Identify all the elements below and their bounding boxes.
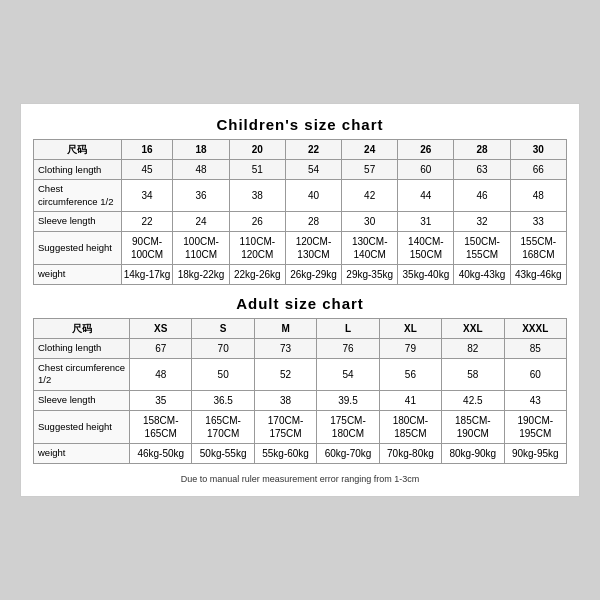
cell-value: 70kg-80kg xyxy=(379,443,441,463)
col-header: 24 xyxy=(342,140,398,160)
table-row: Chest circumference 1/248505254565860 xyxy=(34,359,567,391)
row-label: weight xyxy=(34,443,130,463)
cell-value: 43 xyxy=(504,390,566,410)
cell-value: 130CM-140CM xyxy=(342,232,398,265)
table-row: Sleeve length3536.53839.54142.543 xyxy=(34,390,567,410)
cell-value: 60 xyxy=(398,160,454,180)
col-header: S xyxy=(192,319,254,339)
cell-value: 22 xyxy=(121,212,173,232)
col-header: 26 xyxy=(398,140,454,160)
footer-note: Due to manual ruler measurement error ra… xyxy=(33,474,567,484)
cell-value: 30 xyxy=(342,212,398,232)
cell-value: 70 xyxy=(192,339,254,359)
cell-value: 100CM-110CM xyxy=(173,232,229,265)
cell-value: 43kg-46kg xyxy=(510,265,566,285)
cell-value: 29kg-35kg xyxy=(342,265,398,285)
table-row: Chest circumference 1/23436384042444648 xyxy=(34,180,567,212)
cell-value: 24 xyxy=(173,212,229,232)
cell-value: 76 xyxy=(317,339,379,359)
cell-value: 38 xyxy=(254,390,316,410)
row-label: Chest circumference 1/2 xyxy=(34,359,130,391)
cell-value: 50kg-55kg xyxy=(192,443,254,463)
cell-value: 31 xyxy=(398,212,454,232)
row-label: Sleeve length xyxy=(34,390,130,410)
children-table: 尺码1618202224262830 Clothing length454851… xyxy=(33,139,567,285)
cell-value: 51 xyxy=(229,160,285,180)
cell-value: 18kg-22kg xyxy=(173,265,229,285)
table-row: Clothing length67707376798285 xyxy=(34,339,567,359)
cell-value: 48 xyxy=(130,359,192,391)
cell-value: 85 xyxy=(504,339,566,359)
table-row: Suggested height158CM-165CM165CM-170CM17… xyxy=(34,410,567,443)
cell-value: 79 xyxy=(379,339,441,359)
cell-value: 80kg-90kg xyxy=(442,443,504,463)
row-label: Suggested height xyxy=(34,410,130,443)
cell-value: 14kg-17kg xyxy=(121,265,173,285)
col-header: 20 xyxy=(229,140,285,160)
cell-value: 36.5 xyxy=(192,390,254,410)
cell-value: 190CM-195CM xyxy=(504,410,566,443)
col-header: XL xyxy=(379,319,441,339)
cell-value: 63 xyxy=(454,160,510,180)
row-label: Chest circumference 1/2 xyxy=(34,180,122,212)
cell-value: 33 xyxy=(510,212,566,232)
cell-value: 180CM-185CM xyxy=(379,410,441,443)
table-row: weight46kg-50kg50kg-55kg55kg-60kg60kg-70… xyxy=(34,443,567,463)
row-label: weight xyxy=(34,265,122,285)
cell-value: 54 xyxy=(317,359,379,391)
col-header: 16 xyxy=(121,140,173,160)
table-row: Sleeve length2224262830313233 xyxy=(34,212,567,232)
cell-value: 66 xyxy=(510,160,566,180)
col-header: 尺码 xyxy=(34,319,130,339)
cell-value: 185CM-190CM xyxy=(442,410,504,443)
cell-value: 32 xyxy=(454,212,510,232)
cell-value: 28 xyxy=(285,212,341,232)
cell-value: 42.5 xyxy=(442,390,504,410)
children-chart-title: Children's size chart xyxy=(33,116,567,133)
col-header: M xyxy=(254,319,316,339)
cell-value: 34 xyxy=(121,180,173,212)
adult-table: 尺码XSSMLXLXXLXXXL Clothing length67707376… xyxy=(33,318,567,464)
cell-value: 35 xyxy=(130,390,192,410)
cell-value: 40 xyxy=(285,180,341,212)
cell-value: 90CM-100CM xyxy=(121,232,173,265)
col-header: XXXL xyxy=(504,319,566,339)
size-chart-card: Children's size chart 尺码1618202224262830… xyxy=(20,103,580,496)
adult-chart-title: Adult size chart xyxy=(33,295,567,312)
cell-value: 41 xyxy=(379,390,441,410)
cell-value: 40kg-43kg xyxy=(454,265,510,285)
table-row: Clothing length4548515457606366 xyxy=(34,160,567,180)
table-row: weight14kg-17kg18kg-22kg22kg-26kg26kg-29… xyxy=(34,265,567,285)
cell-value: 50 xyxy=(192,359,254,391)
col-header: XS xyxy=(130,319,192,339)
col-header: L xyxy=(317,319,379,339)
cell-value: 48 xyxy=(173,160,229,180)
cell-value: 175CM-180CM xyxy=(317,410,379,443)
cell-value: 55kg-60kg xyxy=(254,443,316,463)
cell-value: 36 xyxy=(173,180,229,212)
cell-value: 22kg-26kg xyxy=(229,265,285,285)
cell-value: 58 xyxy=(442,359,504,391)
cell-value: 158CM-165CM xyxy=(130,410,192,443)
col-header: 尺码 xyxy=(34,140,122,160)
cell-value: 73 xyxy=(254,339,316,359)
cell-value: 82 xyxy=(442,339,504,359)
cell-value: 170CM-175CM xyxy=(254,410,316,443)
row-label: Clothing length xyxy=(34,160,122,180)
cell-value: 46kg-50kg xyxy=(130,443,192,463)
col-header: 30 xyxy=(510,140,566,160)
table-row: Suggested height90CM-100CM100CM-110CM110… xyxy=(34,232,567,265)
cell-value: 150CM-155CM xyxy=(454,232,510,265)
cell-value: 38 xyxy=(229,180,285,212)
col-header: 22 xyxy=(285,140,341,160)
cell-value: 48 xyxy=(510,180,566,212)
cell-value: 110CM-120CM xyxy=(229,232,285,265)
cell-value: 120CM-130CM xyxy=(285,232,341,265)
cell-value: 26 xyxy=(229,212,285,232)
cell-value: 140CM-150CM xyxy=(398,232,454,265)
cell-value: 44 xyxy=(398,180,454,212)
cell-value: 56 xyxy=(379,359,441,391)
cell-value: 26kg-29kg xyxy=(285,265,341,285)
row-label: Sleeve length xyxy=(34,212,122,232)
col-header: 28 xyxy=(454,140,510,160)
